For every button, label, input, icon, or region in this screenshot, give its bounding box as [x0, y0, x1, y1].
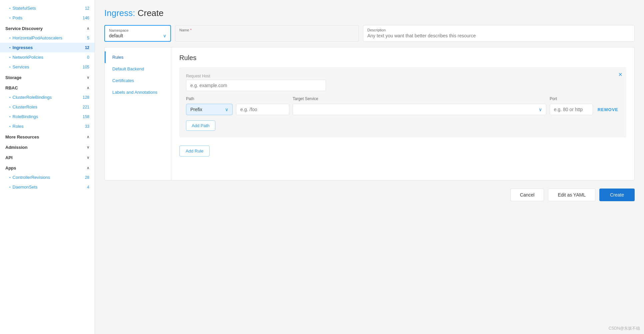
- sidebar-item-label: Roles: [13, 124, 79, 129]
- chevron-up-icon: ∧: [87, 26, 89, 31]
- path-columns-header: Path Target Service Port: [186, 96, 620, 102]
- chevron-down-icon: ∨: [87, 145, 89, 149]
- nav-item-default-backend[interactable]: Default Backend: [105, 63, 171, 75]
- sidebar-item-pods[interactable]: ▪ Pods 146: [0, 13, 95, 23]
- description-input[interactable]: [367, 33, 630, 38]
- create-button[interactable]: Create: [599, 189, 635, 201]
- services-icon: ▪: [9, 65, 11, 69]
- sidebar-item-ingresses[interactable]: ▪ Ingresses 12: [0, 43, 95, 52]
- sidebar-item-label: NetworkPolicies: [13, 55, 79, 60]
- sidebar: ▪ StatefulSets 12 ▪ Pods 146 Service Dis…: [0, 0, 95, 334]
- rule-box: × Request Host Path Target Service Port: [179, 67, 626, 137]
- remove-path-button[interactable]: REMOVE: [596, 104, 620, 115]
- sidebar-item-daemon-sets[interactable]: ▪ DaemonSets 4: [0, 182, 95, 192]
- request-host-input[interactable]: [186, 80, 326, 91]
- description-field-wrap: Description: [363, 25, 635, 42]
- sidebar-item-cluster-role-bindings[interactable]: ▪ ClusterRoleBindings 128: [0, 92, 95, 102]
- main-content: Ingress: Create Namespace default ∨ Name…: [95, 0, 644, 334]
- sidebar-item-controller-revisions[interactable]: ▪ ControllerRevisions 28: [0, 173, 95, 182]
- sidebar-item-label: ControllerRevisions: [13, 175, 79, 180]
- add-rule-button[interactable]: Add Rule: [179, 145, 210, 156]
- request-host-label: Request Host: [186, 74, 620, 78]
- target-service-wrap: ∨: [293, 104, 546, 115]
- rules-title: Rules: [179, 54, 626, 62]
- namespace-value: default: [109, 33, 123, 38]
- hpa-icon: ▪: [9, 36, 11, 40]
- form-footer: Cancel Edit as YAML Create: [104, 189, 635, 208]
- cr-icon: ▪: [9, 176, 11, 179]
- watermark: CSDN@东坂不稳: [609, 326, 640, 331]
- name-field-wrap: Name *: [175, 25, 359, 42]
- name-input[interactable]: [179, 33, 355, 38]
- sidebar-item-label: DaemonSets: [13, 185, 79, 190]
- sidebar-item-roles[interactable]: ▪ Roles 33: [0, 121, 95, 131]
- chevron-down-icon: ∨: [87, 155, 89, 160]
- sidebar-item-label: Ingresses: [13, 45, 79, 50]
- section-apps[interactable]: Apps ∧: [0, 162, 95, 173]
- network-policies-icon: ▪: [9, 55, 11, 59]
- nav-item-certificates[interactable]: Certificates: [105, 75, 171, 86]
- section-storage[interactable]: Storage ∨: [0, 72, 95, 82]
- ingresses-icon: ▪: [9, 46, 11, 49]
- sidebar-item-services[interactable]: ▪ Services 105: [0, 62, 95, 72]
- rb-icon: ▪: [9, 115, 11, 118]
- prefix-value: Prefix: [190, 107, 222, 112]
- target-service-label: Target Service: [293, 96, 546, 101]
- add-path-button[interactable]: Add Path: [186, 120, 215, 131]
- chevron-down-icon: ∨: [163, 33, 166, 38]
- form-nav: Rules Default Backend Certificates Label…: [105, 47, 171, 180]
- sidebar-item-stateful-sets[interactable]: ▪ StatefulSets 12: [0, 3, 95, 13]
- sidebar-item-label: ClusterRoles: [13, 104, 79, 109]
- section-more-resources[interactable]: More Resources ∧: [0, 131, 95, 141]
- path-row: Prefix ∨ ∨ REMOVE: [186, 104, 620, 115]
- target-service-select[interactable]: ∨: [293, 104, 546, 115]
- sidebar-item-label: HorizontalPodAutoscalers: [13, 35, 79, 40]
- path-input[interactable]: [236, 104, 289, 115]
- name-label: Name *: [179, 28, 355, 32]
- cancel-button[interactable]: Cancel: [510, 189, 544, 201]
- section-api[interactable]: API ∨: [0, 152, 95, 162]
- section-rbac[interactable]: RBAC ∧: [0, 82, 95, 92]
- namespace-select[interactable]: Namespace default ∨: [104, 25, 171, 42]
- chevron-down-icon: ∨: [225, 107, 228, 112]
- crb-icon: ▪: [9, 95, 11, 99]
- sidebar-item-label: StatefulSets: [13, 6, 79, 11]
- description-label: Description: [367, 28, 630, 32]
- namespace-label: Namespace: [109, 28, 166, 32]
- sidebar-item-network-policies[interactable]: ▪ NetworkPolicies 0: [0, 52, 95, 62]
- nav-item-labels-annotations[interactable]: Labels and Annotations: [105, 86, 171, 98]
- chevron-up-icon: ∧: [87, 135, 89, 139]
- port-input[interactable]: [550, 104, 593, 115]
- pods-icon: ▪: [9, 16, 11, 20]
- chevron-down-icon: ∨: [87, 75, 89, 80]
- form-content: Rules × Request Host Path Target Service: [171, 47, 634, 180]
- section-admission[interactable]: Admission ∨: [0, 141, 95, 152]
- sidebar-item-cluster-roles[interactable]: ▪ ClusterRoles 221: [0, 102, 95, 112]
- close-rule-button[interactable]: ×: [618, 71, 622, 78]
- roles-icon: ▪: [9, 124, 11, 128]
- section-service-discovery[interactable]: Service Discovery ∧: [0, 23, 95, 33]
- form-body: Rules Default Backend Certificates Label…: [104, 47, 635, 181]
- sidebar-item-label: ClusterRoleBindings: [13, 95, 79, 100]
- ds-icon: ▪: [9, 185, 11, 189]
- edit-yaml-button[interactable]: Edit as YAML: [548, 189, 595, 201]
- prefix-select[interactable]: Prefix ∨: [186, 104, 233, 115]
- chevron-up-icon: ∧: [87, 86, 89, 90]
- cr-icon: ▪: [9, 105, 11, 109]
- page-title: Ingress: Create: [104, 8, 635, 18]
- path-label: Path: [186, 96, 233, 101]
- form-header: Namespace default ∨ Name * Description: [104, 25, 635, 42]
- port-label: Port: [550, 96, 593, 101]
- sidebar-item-label: RoleBindings: [13, 114, 79, 119]
- sidebar-item-role-bindings[interactable]: ▪ RoleBindings 158: [0, 112, 95, 121]
- nav-item-rules[interactable]: Rules: [105, 51, 171, 63]
- chevron-down-icon: ∨: [539, 107, 542, 112]
- sidebar-item-label: Pods: [13, 15, 79, 20]
- chevron-up-icon: ∧: [87, 166, 89, 170]
- sidebar-item-label: Services: [13, 64, 79, 69]
- sidebar-item-horizontal-pod-autoscalers[interactable]: ▪ HorizontalPodAutoscalers 5: [0, 33, 95, 43]
- stateful-sets-icon: ▪: [9, 6, 11, 10]
